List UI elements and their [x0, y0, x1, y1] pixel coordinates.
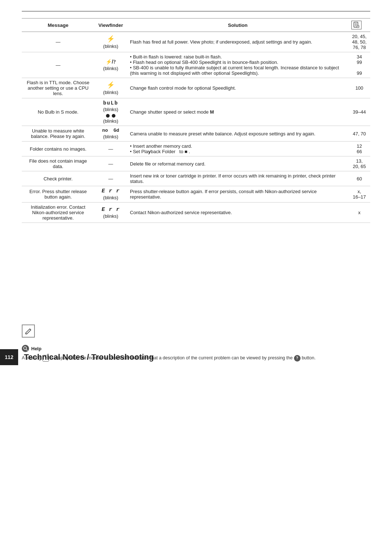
row3-page: 100 [348, 78, 370, 98]
no-wd-symbol: no Gd [102, 128, 119, 133]
row10-viewfinder: E r r (blinks) [94, 203, 127, 223]
err-symbol2: E r r [102, 207, 120, 213]
pen-icon-area [22, 325, 370, 338]
table-row: Unable to measure white balance. Please … [22, 126, 370, 142]
row10-solution: Contact Nikon-authorized service represe… [127, 203, 348, 223]
row1-page: 20, 45,48, 50,76, 78 [348, 32, 370, 52]
header-message: Message [22, 19, 94, 32]
row2-message: — [22, 52, 94, 78]
bulb-text: buLb [103, 100, 118, 106]
footer-accent: 112 [0, 349, 18, 365]
row9-message: Error. Press shutter release button agai… [22, 186, 94, 203]
row8-viewfinder: — [94, 171, 127, 186]
row5-message: Unable to measure white balance. Please … [22, 126, 94, 142]
row7-page: 13,20, 65 [348, 156, 370, 171]
flash-icon: ⚡ [107, 35, 115, 43]
table-row: Initialization error. Contact Nikon-auth… [22, 203, 370, 223]
row4-blinks1: (blinks) [103, 107, 118, 112]
row10-blinks: (blinks) [103, 213, 118, 219]
row1-blinks: (blinks) [103, 44, 118, 49]
page-icon-box [351, 21, 362, 29]
row7-viewfinder: — [94, 156, 127, 171]
row10-message: Initialization error. Contact Nikon-auth… [22, 203, 94, 223]
row9-viewfinder: E r r (blinks) [94, 186, 127, 203]
row5-blinks: (blinks) [103, 134, 118, 139]
header-viewfinder: Viewfinder [94, 19, 127, 32]
page-number: 112 [5, 354, 13, 360]
dots-row [106, 114, 115, 118]
dot2 [112, 114, 115, 118]
row5-page: 47, 70 [348, 126, 370, 142]
row7-solution: Delete file or reformat memory card. [127, 156, 348, 171]
row4-solution: Change shutter speed or select mode M [127, 98, 348, 126]
row2-blinks: (blinks) [103, 66, 118, 71]
row3-blinks: (blinks) [103, 90, 118, 95]
table-row: Check printer. — Insert new ink or toner… [22, 171, 370, 186]
row2-page: 349999 [348, 52, 370, 78]
header-page [348, 19, 370, 32]
row5-solution: Camera unable to measure preset white ba… [127, 126, 348, 142]
page-wrapper: Message Viewfinder Solution [0, 0, 392, 376]
table-row: Error. Press shutter release button agai… [22, 186, 370, 203]
row2-solution: • Built-in flash is lowered: raise built… [127, 52, 348, 78]
row6-message: Folder contains no images. [22, 142, 94, 156]
footer: 112 Technical Notes / Troubleshooting [0, 349, 392, 365]
row5-viewfinder: no Gd (blinks) [94, 126, 127, 142]
svg-line-7 [30, 329, 31, 330]
row9-blinks: (blinks) [103, 195, 118, 200]
row6-viewfinder: — [94, 142, 127, 156]
row8-message: Check printer. [22, 171, 94, 186]
row2-viewfinder: ⚡/? (blinks) [94, 52, 127, 78]
top-line [22, 11, 370, 12]
row3-viewfinder: ⚡ (blinks) [94, 78, 127, 98]
dot1 [106, 114, 110, 118]
row1-message: — [22, 32, 94, 52]
row6-page: 1266 [348, 142, 370, 156]
row7-message: File does not contain image data. [22, 156, 94, 171]
row10-page: x [348, 203, 370, 223]
pen-icon-box [22, 325, 35, 338]
row3-flash-icon: ⚡ [107, 81, 115, 89]
row4-viewfinder: buLb (blinks) (blinks) [94, 98, 127, 126]
header-solution: Solution [127, 19, 348, 32]
row4-page: 39–44 [348, 98, 370, 126]
row9-page: x,16–17 [348, 186, 370, 203]
table-row: No Bulb in S mode. buLb (blinks) (blinks… [22, 98, 370, 126]
row9-solution: Press shutter-release button again. If e… [127, 186, 348, 203]
table-row: — ⚡/? (blinks) • Built-in flash is lower… [22, 52, 370, 78]
row8-solution: Insert new ink or toner cartridge in pri… [127, 171, 348, 186]
row1-viewfinder: ⚡ (blinks) [94, 32, 127, 52]
row8-page: 60 [348, 171, 370, 186]
flash-question-icon: ⚡/? [106, 59, 116, 65]
row3-message: Flash is in TTL mode. Choose another set… [22, 78, 94, 98]
troubleshooting-table: Message Viewfinder Solution [22, 18, 370, 223]
row4-message: No Bulb in S mode. [22, 98, 94, 126]
row1-solution: Flash has fired at full power. View phot… [127, 32, 348, 52]
err-symbol: E r r [102, 188, 120, 194]
footer-title: Technical Notes / Troubleshooting [18, 352, 154, 362]
row6-solution: • Insert another memory card. • Set Play… [127, 142, 348, 156]
table-row: — ⚡ (blinks) Flash has fired at full pow… [22, 32, 370, 52]
table-row: Folder contains no images. — • Insert an… [22, 142, 370, 156]
row4-blinks2: (blinks) [103, 118, 118, 124]
row3-solution: Change flash control mode for optional S… [127, 78, 348, 98]
table-row: File does not contain image data. — Dele… [22, 156, 370, 171]
table-row: Flash is in TTL mode. Choose another set… [22, 78, 370, 98]
